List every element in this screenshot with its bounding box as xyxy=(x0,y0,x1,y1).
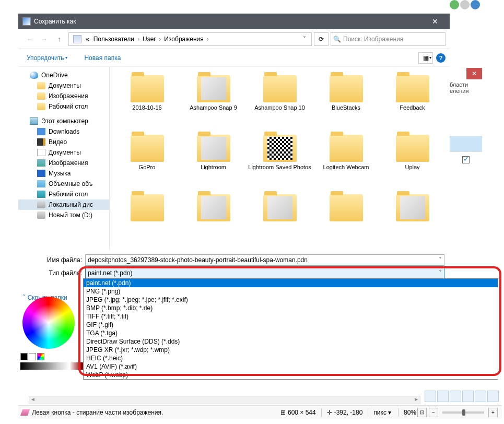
folder-item[interactable]: Uplay xyxy=(380,132,444,189)
filename-input[interactable]: depositphotos_36297389-stock-photo-beaut… xyxy=(85,254,444,266)
breadcrumb-item[interactable]: Пользователи xyxy=(91,36,136,43)
computer-icon xyxy=(30,117,38,125)
bg-icon xyxy=(450,0,459,9)
filetype-option[interactable]: JPEG (*.jpg; *.jpeg; *.jpe; *.jfif; *.ex… xyxy=(84,296,498,304)
tree-item[interactable]: Рабочий стол xyxy=(18,101,109,112)
tree-onedrive[interactable]: OneDrive xyxy=(18,70,109,80)
filetype-option[interactable]: BMP (*.bmp; *.dib; *.rle) xyxy=(84,304,498,312)
tree-item[interactable]: Изображения xyxy=(18,91,109,101)
3d-icon xyxy=(37,180,45,187)
tree-item[interactable]: Документы xyxy=(18,147,109,158)
filetype-option[interactable]: TGA (*.tga) xyxy=(84,329,498,337)
filetype-option[interactable]: paint.net (*.pdn) xyxy=(84,279,498,287)
tree-item-selected[interactable]: Локальный дис xyxy=(18,199,109,210)
search-input[interactable]: 🔍 Поиск: Изображения xyxy=(331,32,446,46)
up-button[interactable]: ↑ xyxy=(53,33,65,45)
folder-item[interactable]: Lightroom Saved Photos xyxy=(248,132,312,189)
zoom-fit-button[interactable]: ⊡ xyxy=(417,408,427,417)
tool-button[interactable] xyxy=(462,391,474,402)
background-panel: ✕ бласти еления xyxy=(450,68,482,277)
chevron-down-icon[interactable]: ▾ xyxy=(388,409,391,416)
bg-text: еления xyxy=(450,88,482,94)
location-icon xyxy=(73,35,81,43)
filetype-option[interactable]: WebP (*.webp) xyxy=(84,371,498,379)
tool-buttons xyxy=(425,391,499,402)
breadcrumb[interactable]: « Пользователи › User › Изображения › ˅ xyxy=(68,32,312,46)
tree-item[interactable]: Новый том (D:) xyxy=(18,210,109,220)
folder-icon xyxy=(330,75,363,102)
breadcrumb-item[interactable]: Изображения xyxy=(162,36,205,43)
tree-item[interactable]: Downloads xyxy=(18,126,109,137)
checkbox-icon[interactable] xyxy=(462,156,470,163)
folder-item[interactable]: GoPro xyxy=(115,132,179,189)
refresh-button[interactable]: ⟳ xyxy=(314,32,329,46)
back-button[interactable]: ← xyxy=(24,33,36,45)
dialog-title: Сохранить как xyxy=(34,18,425,25)
bg-close-button[interactable]: ✕ xyxy=(466,68,482,79)
file-list[interactable]: 2018-10-16 Ashampoo Snap 9 Ashampoo Snap… xyxy=(110,67,450,250)
zoom-out-button[interactable]: − xyxy=(429,408,438,417)
tree-item[interactable]: Рабочий стол xyxy=(18,189,109,199)
palette-icon[interactable] xyxy=(37,353,44,360)
filetype-option[interactable]: TIFF (*.tiff; *.tif) xyxy=(84,312,498,321)
filetype-dropdown-list[interactable]: paint.net (*.pdn) PNG (*.png) JPEG (*.jp… xyxy=(83,278,498,380)
tree-this-pc[interactable]: Этот компьютер xyxy=(18,116,109,126)
tool-button[interactable] xyxy=(475,391,486,402)
tree-item[interactable]: Музыка xyxy=(18,168,109,179)
folder-item[interactable] xyxy=(380,191,444,249)
filetype-option[interactable]: JPEG XR (*.jxr; *.wdp; *.wmp) xyxy=(84,346,498,354)
tool-button[interactable] xyxy=(437,391,449,402)
primary-swatch[interactable] xyxy=(20,353,28,360)
color-wheel[interactable] xyxy=(22,297,75,349)
tool-button[interactable] xyxy=(425,391,436,402)
folder-item[interactable]: Ashampoo Snap 9 xyxy=(181,72,245,129)
chevron-down-icon[interactable]: ˅ xyxy=(439,256,442,264)
music-icon xyxy=(37,170,45,177)
filetype-option[interactable]: DirectDraw Surface (DDS) (*.dds) xyxy=(84,337,498,346)
breadcrumb-sep: › xyxy=(206,36,210,43)
new-folder-button[interactable]: Новая папка xyxy=(79,52,126,64)
help-button[interactable]: ? xyxy=(436,53,446,63)
tree-item[interactable]: Документы xyxy=(18,80,109,91)
filetype-option[interactable]: AV1 (AVIF) (*.avif) xyxy=(84,362,498,371)
organize-button[interactable]: Упорядочить xyxy=(22,52,72,64)
zoom-slider[interactable] xyxy=(442,411,484,414)
folder-icon xyxy=(37,103,45,110)
filetype-option[interactable]: HEIC (*.heic) xyxy=(84,354,498,362)
filetype-dropdown[interactable]: paint.net (*.pdn)˅ xyxy=(85,267,444,279)
chevron-down-icon[interactable]: ˅ xyxy=(439,269,442,277)
tree-item[interactable]: Видео xyxy=(18,137,109,147)
folder-item[interactable]: 2018-10-16 xyxy=(115,72,179,129)
unit-label[interactable]: пикс xyxy=(373,409,386,416)
folder-item[interactable]: Ashampoo Snap 10 xyxy=(248,72,312,129)
disk-icon xyxy=(37,211,45,219)
tool-button[interactable] xyxy=(487,391,499,402)
folder-item[interactable] xyxy=(314,191,378,249)
zoom-in-button[interactable]: + xyxy=(488,408,498,417)
folder-item[interactable]: Lightroom xyxy=(181,132,245,189)
canvas-dimensions: 600 × 544 xyxy=(288,409,316,416)
tool-button[interactable] xyxy=(450,391,461,402)
forward-button[interactable]: → xyxy=(38,33,51,45)
navigation-tree[interactable]: OneDrive Документы Изображения Рабочий с… xyxy=(18,67,110,250)
dialog-toolbar: Упорядочить Новая папка ▦ ? xyxy=(18,49,450,67)
folder-item[interactable] xyxy=(248,191,312,249)
tree-item[interactable]: Объемные объ xyxy=(18,179,109,189)
breadcrumb-item[interactable]: User xyxy=(140,36,158,43)
folder-item[interactable]: BlueStacks xyxy=(314,72,378,129)
folder-item[interactable] xyxy=(181,191,245,249)
eraser-icon xyxy=(20,409,30,416)
tree-item[interactable]: Изображения xyxy=(18,158,109,168)
folder-icon xyxy=(197,194,230,221)
filetype-option[interactable]: PNG (*.png) xyxy=(84,287,498,296)
close-button[interactable]: ✕ xyxy=(425,17,446,26)
folder-item[interactable] xyxy=(115,191,179,249)
secondary-swatch[interactable] xyxy=(29,353,36,360)
view-mode-button[interactable]: ▦ xyxy=(418,52,433,64)
folder-item[interactable]: Feedback xyxy=(380,72,444,129)
filetype-option[interactable]: GIF (*.gif) xyxy=(84,321,498,329)
folder-item[interactable]: Logitech Webcam xyxy=(314,132,378,189)
horizontal-scrollbar[interactable] xyxy=(29,396,420,404)
breadcrumb-dropdown[interactable]: ˅ xyxy=(300,36,309,43)
folder-icon xyxy=(330,135,363,162)
